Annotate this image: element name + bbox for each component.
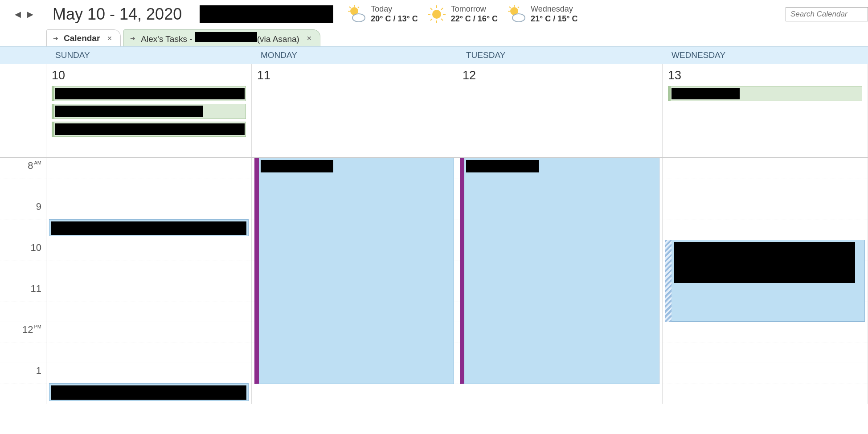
date-number: 11 [257, 69, 451, 82]
redacted-block [55, 106, 203, 117]
search-input[interactable] [786, 7, 868, 21]
redacted-block [195, 32, 257, 42]
partly-cloudy-icon [347, 4, 366, 24]
time-label: 11 [0, 281, 46, 322]
weather-tomorrow[interactable]: Tomorrow 22° C / 16° C [427, 4, 498, 24]
day-column-wednesday[interactable] [663, 158, 868, 404]
tab-label-suffix: (via Asana) [257, 34, 299, 44]
tab-label-prefix: Alex's Tasks - [141, 34, 194, 44]
time-label: 10 [0, 240, 46, 281]
date-number: 13 [668, 69, 862, 82]
day-column-tuesday[interactable] [457, 158, 663, 404]
svg-line-19 [518, 7, 519, 8]
close-icon[interactable]: ✕ [305, 35, 314, 42]
allday-cell-monday[interactable]: 11 [252, 64, 457, 157]
day-header-tuesday: TUESDAY [457, 47, 663, 64]
timed-event[interactable] [49, 383, 249, 401]
day-column-sunday[interactable] [46, 158, 252, 404]
redacted-block [466, 160, 539, 172]
arrow-right-icon: ➔ [130, 35, 135, 42]
calendar-tabs: ➔ Calendar ✕ ➔ Alex's Tasks - (via Asana… [0, 29, 868, 46]
svg-point-20 [512, 14, 525, 22]
day-headers: SUNDAY MONDAY TUESDAY WEDNESDAY [0, 46, 868, 64]
date-number: 10 [52, 69, 246, 82]
svg-line-13 [430, 19, 432, 20]
allday-cell-wednesday[interactable]: 13 [663, 64, 868, 157]
tab-label: Alex's Tasks - (via Asana) [141, 32, 299, 44]
tab-calendar[interactable]: ➔ Calendar ✕ [46, 29, 121, 46]
weather-temp: 21° C / 15° C [531, 14, 577, 24]
redacted-block [261, 160, 333, 172]
weather-label: Tomorrow [451, 4, 498, 14]
redacted-block [200, 5, 333, 23]
redacted-block [51, 221, 246, 235]
redacted-block [671, 88, 740, 99]
weather-wednesday[interactable]: Wednesday 21° C / 15° C [507, 4, 577, 24]
redacted-block [55, 123, 245, 135]
weather-label: Wednesday [531, 4, 577, 14]
redacted-block [674, 242, 855, 283]
date-number: 12 [463, 69, 657, 82]
allday-event[interactable] [52, 104, 246, 119]
weather-strip: Today 20° C / 13° C Tomorrow 22° C / 16°… [347, 4, 577, 24]
allday-event[interactable] [52, 86, 246, 101]
allday-event[interactable] [668, 86, 862, 101]
time-label: 12PM [0, 322, 46, 363]
svg-line-3 [349, 7, 351, 8]
time-label: 1 [0, 363, 46, 404]
svg-point-6 [432, 10, 441, 19]
timed-event[interactable] [49, 219, 249, 236]
timed-event[interactable] [254, 158, 454, 384]
weather-temp: 20° C / 13° C [371, 14, 418, 24]
time-label: 8AM [0, 158, 46, 199]
svg-line-14 [441, 8, 443, 10]
time-gutter: 8AM 9 10 11 12PM 1 [0, 158, 46, 404]
svg-line-11 [430, 8, 432, 10]
svg-line-4 [358, 7, 359, 8]
tab-label: Calendar [64, 33, 100, 43]
tab-asana-tasks[interactable]: ➔ Alex's Tasks - (via Asana) ✕ [123, 29, 320, 46]
redacted-block [51, 385, 246, 400]
day-header-sunday: SUNDAY [46, 47, 252, 64]
weather-label: Today [371, 4, 418, 14]
next-week-button[interactable]: ▶ [26, 10, 35, 19]
sunny-icon [427, 4, 446, 24]
arrow-right-icon: ➔ [53, 35, 58, 42]
svg-point-5 [352, 14, 365, 22]
date-range-title: May 10 - 14, 2020 [53, 5, 182, 24]
allday-cell-tuesday[interactable]: 12 [457, 64, 663, 157]
prev-week-button[interactable]: ◀ [13, 10, 22, 19]
timed-event[interactable] [665, 240, 865, 322]
allday-cell-sunday[interactable]: 10 [46, 64, 252, 157]
allday-row: 10 11 12 13 [0, 64, 868, 158]
close-icon[interactable]: ✕ [105, 35, 114, 42]
day-header-monday: MONDAY [252, 47, 457, 64]
weather-today[interactable]: Today 20° C / 13° C [347, 4, 418, 24]
time-grid: 8AM 9 10 11 12PM 1 [0, 158, 868, 404]
weather-temp: 22° C / 16° C [451, 14, 498, 24]
allday-event[interactable] [52, 122, 246, 137]
redacted-block [55, 88, 245, 99]
svg-line-12 [441, 19, 443, 20]
calendar-header: ◀ ▶ May 10 - 14, 2020 Today 20° C / 13° … [0, 0, 868, 29]
nav-arrows: ◀ ▶ [13, 10, 35, 19]
partly-cloudy-icon [507, 4, 526, 24]
time-label: 9 [0, 199, 46, 240]
day-header-wednesday: WEDNESDAY [663, 47, 868, 64]
day-column-monday[interactable] [252, 158, 457, 404]
timed-event[interactable] [460, 158, 659, 384]
svg-line-18 [509, 7, 511, 8]
